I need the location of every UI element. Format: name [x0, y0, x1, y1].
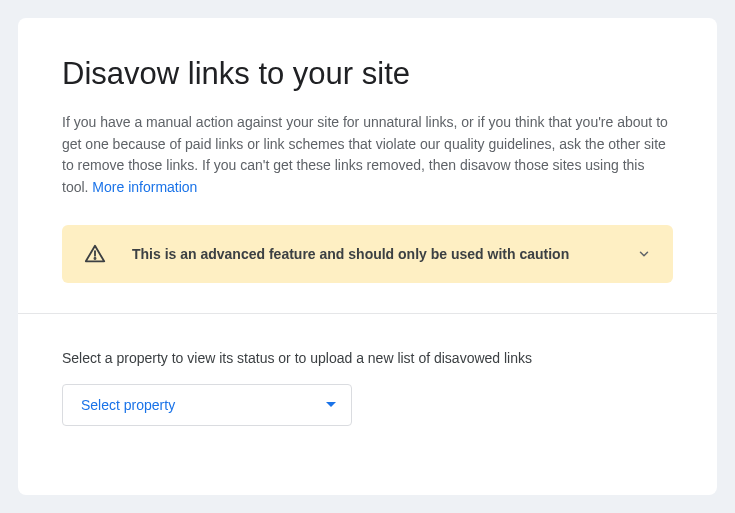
caret-down-icon — [325, 399, 337, 411]
main-card: Disavow links to your site If you have a… — [18, 18, 717, 495]
page-title: Disavow links to your site — [62, 56, 673, 92]
more-information-link[interactable]: More information — [92, 179, 197, 195]
select-property-dropdown[interactable]: Select property — [62, 384, 352, 426]
select-property-text: Select property — [81, 397, 175, 413]
divider — [18, 313, 717, 314]
svg-point-1 — [94, 258, 95, 259]
description-text: If you have a manual action against your… — [62, 112, 673, 199]
warning-banner[interactable]: This is an advanced feature and should o… — [62, 225, 673, 283]
warning-text: This is an advanced feature and should o… — [132, 246, 609, 262]
warning-icon — [84, 243, 106, 265]
select-property-label: Select a property to view its status or … — [62, 350, 673, 366]
chevron-down-icon[interactable] — [635, 245, 653, 263]
